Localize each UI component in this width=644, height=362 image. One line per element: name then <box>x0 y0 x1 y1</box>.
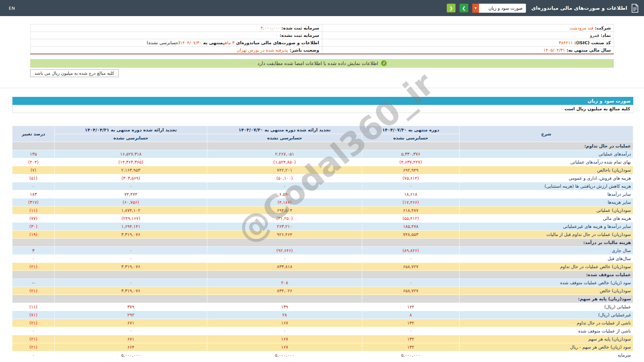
cell-current: (۷۵,۶۱۴) <box>362 174 460 182</box>
cell-prior: ۱۶۷ <box>207 319 362 327</box>
cell-change: -- <box>12 279 55 287</box>
cell-current: ۱۲۴ <box>362 303 460 311</box>
cell-current: ۶۱۸,۴۸۷ <box>362 206 460 214</box>
statement-section: صورت سود و زیان کلیه مبالغ به میلیون ریا… <box>12 97 633 359</box>
info-label: سرمایه ثبت نشده: <box>278 33 319 38</box>
data-row: ناشی از عملیات در حال تداوم۱۳۲۱۶۷۶۷۱(۲۱) <box>12 319 633 327</box>
cell-current: (۱۷,۴۶۶) <box>362 198 460 206</box>
cell-change: (۷) <box>12 166 55 174</box>
row-label: سایر درآمدها و هزینه های غیرعملیاتی <box>460 222 633 230</box>
col-header-current: دوره منتهی به ۱۴۰۴/۰۷/۳۰ <box>362 126 460 134</box>
cell-current: ۱۳۲ <box>362 319 460 327</box>
next-statement-button[interactable]: ❯ <box>460 4 468 12</box>
section-row: عملیات متوقف شده: <box>12 270 633 279</box>
row-label: ناشی از عملیات در حال تداوم <box>460 319 633 327</box>
data-row: سود(زیان) عملیاتی۶۱۸,۴۸۷۶۹۴,۵۰۴۱,۸۷۴,۱۰۲… <box>12 206 633 214</box>
cell-current: ۸ <box>362 311 460 319</box>
cell-current <box>362 295 460 303</box>
cell-current: ۷۴۸,۵۵۳ <box>362 230 460 238</box>
page-title: اطلاعات و صورت‌های مالی میاندوره‌ای <box>531 5 627 11</box>
cell-annual: ۱,۶۹۴,۱۴۱ <box>55 222 207 230</box>
cell-change: (۲۰۴) <box>12 158 55 166</box>
col-subheader-prior: حسابرسی نشده <box>207 134 362 142</box>
company-info-row: کد صنعت (ISIC): ۳۸۴۲۱۱اطلاعات و صورت‌های… <box>31 39 614 47</box>
row-label: سود(زیان) عملیاتی <box>460 206 633 214</box>
cell-current: ۶۹۲,۹۴۹ <box>362 166 460 174</box>
cell-prior: ۷۴۲,۲۰۱ <box>207 166 362 174</box>
row-label: سایر هزینه‌ها <box>460 198 633 206</box>
cell-current: ۰ <box>362 327 460 335</box>
cell-annual: ۵,۰۰۰,۰۰۰ <box>55 351 207 359</box>
section-row: هزینه مالیات بر درآمد: <box>12 238 633 246</box>
statement-table-wrap: @Codal360_ir شرح دوره منتهی به ۱۴۰۴/۰۷/۳… <box>12 126 633 359</box>
cell-change: (۲۱) <box>12 343 55 351</box>
cell-change: ۱۳۵ <box>12 150 55 158</box>
cell-prior: (۴,۱۸۷) <box>207 198 362 206</box>
data-row: ناشی از عملیات متوقف شده۰۰۰۰ <box>12 327 633 335</box>
cell-current: ۰ <box>362 182 460 190</box>
cell-annual: ۶۷۱ <box>55 319 207 327</box>
data-row: غیرعملیاتی (ریال)۸۲۸۲۹۲(۷۱) <box>12 311 633 319</box>
cell-annual: ۳,۳۱۹,۰۷۶ <box>55 230 207 238</box>
data-row: سود(زیان) خالص عملیات در حال تداوم۶۵۸,۷۲… <box>12 262 633 270</box>
info-label: وضعیت ناشر: <box>288 48 319 53</box>
financial-report-icon <box>631 4 639 13</box>
data-row: سود(زیان) عملیات در حال تداوم قبل از مال… <box>12 230 633 238</box>
cell-prior: ۱۶۷ <box>207 335 362 343</box>
data-row: عملیاتی (ریال)۱۲۴۱۳۹۳۷۹(۱۱) <box>12 303 633 311</box>
row-label: هزینه مالیات بر درآمد: <box>460 238 633 246</box>
col-subheader-current: حسابرسی نشده <box>362 134 460 142</box>
cell-annual: ۰ <box>55 182 207 190</box>
row-label: سود(زیان) ناخالص <box>460 166 633 174</box>
cell-current: (۴,۶۳۷,۴۲۷) <box>362 158 460 166</box>
cell-change: (۲۱) <box>12 262 55 270</box>
company-info-cell-right: کد صنعت (ISIC): ۳۸۴۲۱۱ <box>322 39 614 47</box>
cell-prior <box>207 238 362 246</box>
cell-annual: ۰ <box>55 254 207 262</box>
cell-prior <box>207 142 362 150</box>
cell-change: (۷۷) <box>12 214 55 222</box>
info-value: ۴,۰۰۰,۰۰۰ <box>261 25 280 31</box>
row-label: سال جاری <box>460 246 633 254</box>
cell-change: (۱۱) <box>12 206 55 214</box>
row-label: سود(زیان) خالص عملیات در حال تداوم <box>460 262 633 270</box>
company-info-section: شرکت: قند مرودشتسرمایه ثبت شده: ۴,۰۰۰,۰۰… <box>0 16 644 77</box>
statement-title-bar: صورت سود و زیان <box>12 97 633 105</box>
cell-annual: ۳,۳۱۹,۰۷۶ <box>55 287 207 295</box>
cell-current: (۸۹,۸۲۶) <box>362 246 460 254</box>
cell-prior: ۲,۲۶۷,۰۵۱ <box>207 150 362 158</box>
cell-prior: ۶,۵۹۰ <box>207 190 362 198</box>
cell-prior: (۳۱,۲۵۰) <box>207 214 362 222</box>
cell-prior: ۸۳۴,۰۲۶ <box>207 287 362 295</box>
row-label: سود(زیان) پایه هر سهم: <box>460 295 633 303</box>
cell-change: (۲۱) <box>12 287 55 295</box>
col-header-change: درصد تغییر <box>12 126 55 142</box>
info-label: اطلاعات و صورت‌های مالی میاندوره‌ای <box>234 40 319 45</box>
row-label: سود (زیان) خالص عملیات متوقف شده <box>460 279 633 287</box>
cell-prior: ۰ <box>207 182 362 190</box>
cell-annual <box>55 295 207 303</box>
data-row: سود (زیان) خالص هر سهم - ریال۱۳۲۱۶۷۶۶۴(۲… <box>12 343 633 351</box>
cell-annual: (۱۴,۳۶۳,۳۶۵) <box>55 158 207 166</box>
info-value: ۱۴۰۴/۰۷/۳۰ <box>180 40 202 45</box>
cell-annual: ۲,۱۶۳,۹۵۳ <box>55 166 207 174</box>
cell-prior: (۱,۵۲۴,۸۵۰) <box>207 158 362 166</box>
statement-type-dropdown[interactable]: صورت سود و زیان ▼ <box>472 4 526 13</box>
company-info-cell-left: سرمایه ثبت شده: ۴,۰۰۰,۰۰۰ <box>31 24 322 32</box>
info-value: قند مرودشت <box>570 25 593 31</box>
cell-prior: ۸۳۳,۸۱۸ <box>207 262 362 270</box>
row-label: ناشی از عملیات متوقف شده <box>460 327 633 335</box>
cell-prior: ۲۸ <box>207 311 362 319</box>
currency-note: کلیه مبالغ درج شده به میلیون ریال می باش… <box>30 69 119 77</box>
data-row: درآمدهای عملیاتی۵,۳۳۰,۳۷۶۲,۲۶۷,۰۵۱۱۶,۵۲۷… <box>12 150 633 158</box>
info-value: ۳ ماهه <box>223 40 234 45</box>
row-label: سایر درآمدها <box>460 190 633 198</box>
company-info-cell-left: وضعیت ناشر: پذیرفته شده در بورس تهران <box>31 47 322 54</box>
prev-statement-button[interactable]: ❮ <box>447 4 455 12</box>
data-row: سال‌های قبل۰۰۰۰ <box>12 254 633 262</box>
info-label: کد صنعت (ISIC): <box>573 40 611 45</box>
currency-note-wrap: کلیه مبالغ درج شده به میلیون ریال می باش… <box>30 69 614 77</box>
cell-change <box>12 238 55 246</box>
language-toggle-en[interactable]: EN <box>9 6 15 11</box>
cell-current: ۵,۰۰۰,۰۰۰ <box>362 351 460 359</box>
